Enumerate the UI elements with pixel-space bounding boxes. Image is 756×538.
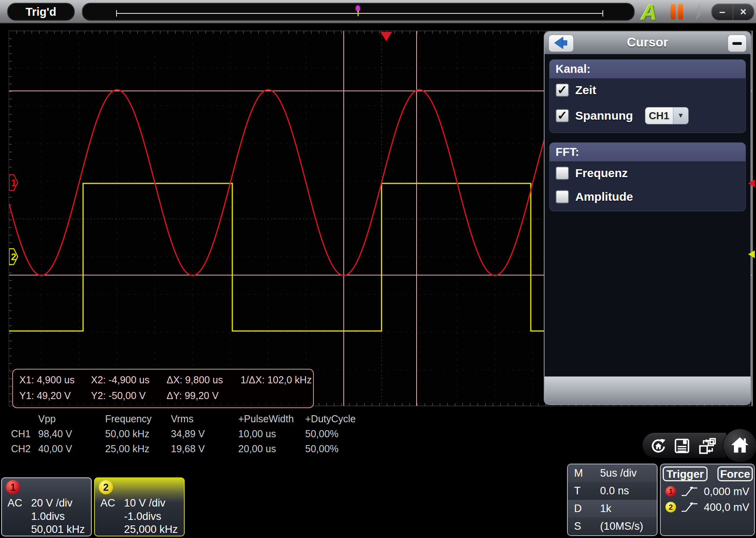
record-trigger-marker-stem bbox=[358, 11, 359, 16]
meas-header: Vrms bbox=[171, 413, 193, 425]
meas-header: Vpp bbox=[38, 413, 56, 425]
minimize-button[interactable]: – bbox=[712, 4, 733, 20]
timebase-value: 0.0 ns bbox=[600, 482, 629, 500]
trigger-position-icon[interactable] bbox=[380, 32, 392, 41]
close-button[interactable]: × bbox=[733, 4, 754, 20]
ch2-coupling: AC bbox=[100, 497, 115, 509]
meas-value: 40,00 V bbox=[38, 443, 72, 455]
meas-value: 25,00 kHz bbox=[105, 443, 150, 455]
timebase-row-m: M 5us /div bbox=[568, 464, 657, 482]
amplitude-checkbox[interactable] bbox=[556, 190, 569, 203]
spannung-row: ✓ Spannung CH1 ▼ bbox=[549, 102, 746, 133]
cursor-x2: X2: -4,900 us bbox=[91, 374, 150, 386]
save-button[interactable] bbox=[673, 437, 691, 455]
home-button[interactable] bbox=[723, 429, 756, 462]
ch2-badge: 2 bbox=[99, 480, 113, 494]
meas-value: 50,00 kHz bbox=[105, 428, 150, 440]
spannung-label: Spannung bbox=[575, 109, 633, 122]
scope-display[interactable]: 12 X1: 4,900 us X2: -4,900 us ΔX: 9,800 … bbox=[9, 31, 752, 406]
rising-edge-icon bbox=[680, 485, 699, 498]
meas-ch1-label: CH1 bbox=[11, 428, 31, 440]
zeit-label: Zeit bbox=[575, 83, 596, 97]
fft-section: FFT: Frequenz Amplitude bbox=[549, 142, 746, 211]
ch1-frequency: 50,001 kHz bbox=[31, 523, 85, 536]
cursor-x1: X1: 4,900 us bbox=[19, 374, 74, 386]
ch2-settings-box[interactable]: 2 AC 10 V /div -1.0divs 25,000 kHz bbox=[94, 477, 185, 536]
ch1-zero-marker-label: 1 bbox=[11, 177, 16, 188]
fft-header: FFT: bbox=[549, 142, 746, 161]
meas-ch2-label: CH2 bbox=[11, 443, 31, 455]
meas-value: 34,89 V bbox=[171, 428, 205, 440]
zeit-row: ✓ Zeit bbox=[549, 78, 746, 102]
timebase-letter: D bbox=[574, 500, 582, 518]
timebase-row-t: T 0.0 ns bbox=[568, 482, 657, 500]
ch1-coupling: AC bbox=[7, 497, 22, 509]
cursor-dx: ΔX: 9,800 us bbox=[167, 374, 223, 386]
cursor-readout-box: X1: 4,900 us X2: -4,900 us ΔX: 9,800 us … bbox=[12, 369, 314, 408]
ch1-trigger-level-value: 0,000 mV bbox=[704, 486, 749, 498]
cursor-y1: Y1: 49,20 V bbox=[19, 390, 71, 401]
cursor-panel: Cursor Kanal: ✓ Zeit ✓ Spannung CH1 ▼ bbox=[544, 31, 751, 405]
frequenz-label: Frequenz bbox=[575, 166, 628, 180]
amplitude-row: Amplitude bbox=[549, 185, 746, 211]
meas-header: +DutyCycle bbox=[305, 413, 356, 425]
timebase-row-s: S (10MS/s) bbox=[568, 518, 657, 535]
collapse-button[interactable] bbox=[728, 35, 747, 52]
trigger-button[interactable]: Trigger bbox=[663, 466, 708, 481]
screen-transfer-button[interactable] bbox=[698, 436, 717, 455]
ch2-badge: 2 bbox=[665, 502, 676, 512]
timebase-value: 1k bbox=[600, 500, 611, 518]
cursor-dy: ΔY: 99,20 V bbox=[167, 390, 219, 401]
pause-icon[interactable] bbox=[678, 4, 683, 20]
trigger-box: Trigger Force 1 0,000 mV 2 400,0 mV bbox=[660, 464, 755, 536]
trigger-status-badge: Trig'd bbox=[7, 3, 75, 21]
ch1-settings-box[interactable]: 1 AC 20 V /div 1.0divs 50,001 kHz bbox=[1, 477, 92, 536]
ch2-trigger-level-row[interactable]: 2 400,0 mV bbox=[664, 501, 751, 514]
ch2-scale: 10 V /div bbox=[124, 497, 165, 509]
amplitude-label: Amplitude bbox=[575, 190, 633, 203]
ch2-frequency: 25,000 kHz bbox=[124, 523, 178, 536]
timebase-row-d: D 1k bbox=[568, 500, 657, 518]
timebase-letter: M bbox=[574, 464, 583, 482]
kanal-section: Kanal: ✓ Zeit ✓ Spannung CH1 ▼ bbox=[549, 59, 746, 133]
ch2-trigger-level-value: 400,0 mV bbox=[704, 501, 749, 514]
check-icon: ✓ bbox=[557, 108, 567, 123]
timebase-value: 5us /div bbox=[600, 464, 637, 482]
ch1-trigger-level-marker[interactable] bbox=[748, 179, 755, 187]
channel-select-dropdown[interactable]: CH1 ▼ bbox=[645, 107, 689, 124]
panel-title: Cursor bbox=[545, 35, 750, 50]
record-right-tick bbox=[602, 10, 603, 17]
title-bar: Trig'd A – × bbox=[0, 0, 756, 24]
pause-icon[interactable] bbox=[671, 4, 676, 20]
meas-value: 98,40 V bbox=[38, 428, 72, 440]
app-logo: A bbox=[641, 0, 669, 23]
meas-value: 50,00% bbox=[305, 443, 339, 455]
meas-value: 20,00 us bbox=[238, 443, 276, 455]
timebase-letter: T bbox=[574, 482, 581, 500]
record-position-line bbox=[117, 13, 603, 14]
lightning-icon[interactable] bbox=[692, 4, 706, 20]
ch2-trigger-level-marker[interactable] bbox=[748, 250, 755, 258]
kanal-header: Kanal: bbox=[549, 59, 746, 78]
minus-icon bbox=[732, 42, 742, 45]
meas-header: Frequency bbox=[105, 413, 152, 425]
ch1-position: 1.0divs bbox=[31, 510, 65, 523]
spannung-checkbox[interactable]: ✓ bbox=[556, 109, 569, 122]
ch1-trigger-level-row[interactable]: 1 0,000 mV bbox=[664, 485, 751, 498]
record-position-bar[interactable] bbox=[82, 3, 635, 21]
timebase-letter: S bbox=[574, 518, 581, 535]
frequenz-checkbox[interactable] bbox=[556, 166, 569, 180]
meas-header: +PulseWidth bbox=[238, 413, 294, 425]
window-controls: – × bbox=[711, 4, 754, 21]
timebase-value: (10MS/s) bbox=[600, 518, 643, 535]
timebase-box[interactable]: M 5us /div T 0.0 ns D 1k S (10MS/s) bbox=[567, 464, 658, 536]
home-icon bbox=[730, 435, 749, 454]
record-trigger-marker[interactable] bbox=[356, 6, 360, 11]
chevron-down-icon: ▼ bbox=[673, 107, 688, 124]
frequenz-row: Frequenz bbox=[549, 161, 746, 185]
restore-defaults-button[interactable] bbox=[650, 437, 667, 455]
zeit-checkbox[interactable]: ✓ bbox=[556, 83, 569, 97]
force-button[interactable]: Force bbox=[717, 466, 753, 481]
ch1-badge: 1 bbox=[665, 486, 676, 497]
toolbar bbox=[643, 433, 726, 458]
